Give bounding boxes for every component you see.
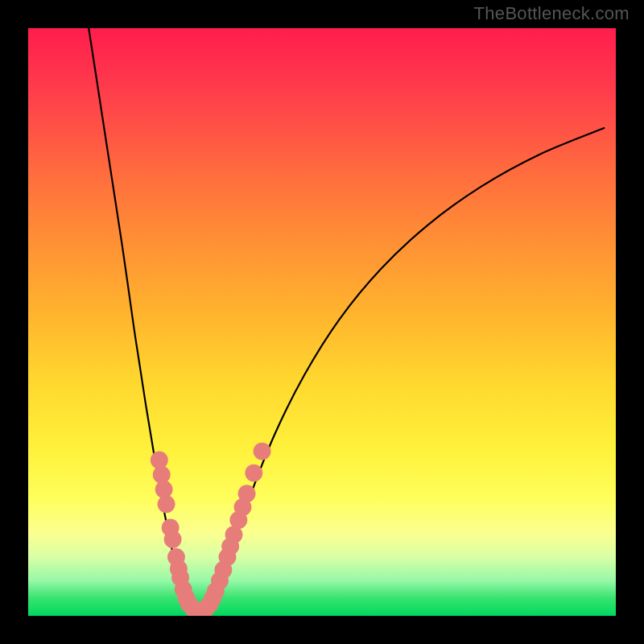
- highlight-dot: [151, 452, 168, 469]
- dots-group: [151, 443, 271, 616]
- highlight-dot: [153, 466, 171, 484]
- highlight-dot: [254, 443, 271, 460]
- plot-area: [28, 28, 616, 616]
- highlight-dot: [238, 485, 256, 502]
- chart-overlay-svg: [28, 28, 616, 616]
- chart-root: TheBottleneck.com: [0, 0, 644, 644]
- highlight-dot: [245, 464, 262, 482]
- highlight-dot: [155, 481, 173, 498]
- highlight-dot: [164, 530, 182, 548]
- highlight-dot: [158, 495, 175, 513]
- watermark-text: TheBottleneck.com: [474, 3, 630, 24]
